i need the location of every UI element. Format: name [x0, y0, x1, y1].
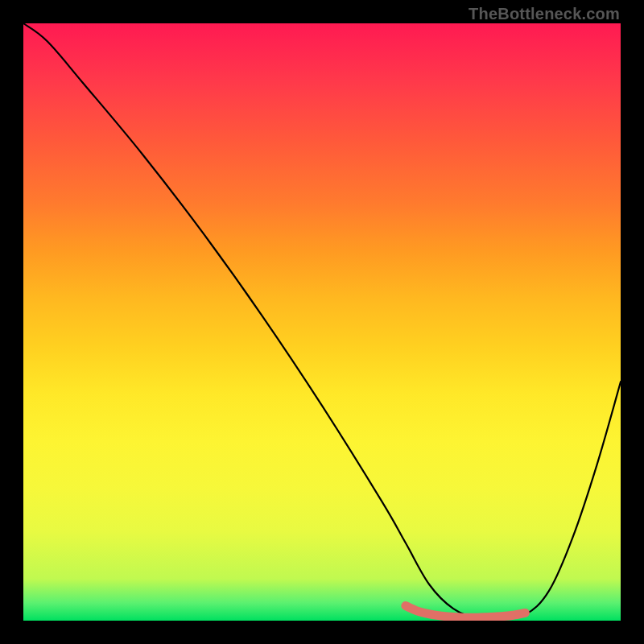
main-curve	[23, 23, 621, 618]
plot-area	[23, 23, 621, 621]
chart-canvas: TheBottleneck.com	[0, 0, 644, 644]
watermark-text: TheBottleneck.com	[469, 5, 620, 23]
chart-svg	[23, 23, 621, 621]
highlight-curve	[406, 606, 525, 618]
